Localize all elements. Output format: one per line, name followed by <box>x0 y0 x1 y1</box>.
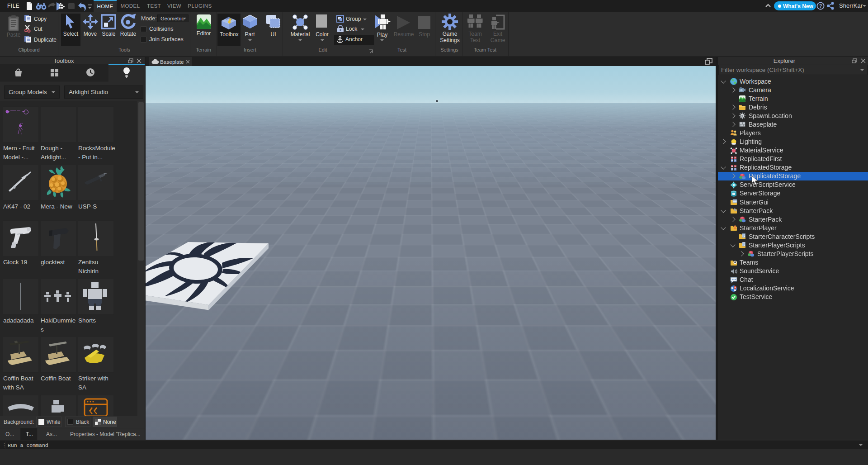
svg-text:?: ? <box>819 3 822 9</box>
